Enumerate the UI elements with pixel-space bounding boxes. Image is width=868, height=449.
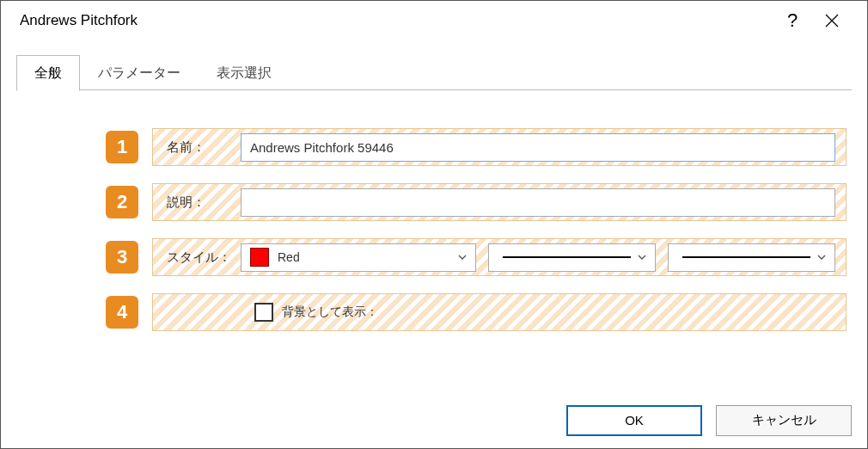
row-style: 3 スタイル： Red	[21, 238, 847, 276]
background-checkbox[interactable]	[254, 303, 273, 322]
tab-strip: 全般 パラメーター 表示選択	[16, 56, 852, 90]
color-dropdown[interactable]: Red	[241, 243, 476, 272]
close-icon	[824, 13, 840, 28]
color-name: Red	[278, 250, 300, 264]
tab-panel-general: 1 名前： 2 説明： 3 スタイル：	[16, 90, 852, 379]
badge-1: 1	[106, 131, 138, 163]
tab-visibility[interactable]: 表示選択	[199, 55, 290, 90]
ok-button[interactable]: OK	[566, 405, 702, 436]
tab-parameters[interactable]: パラメーター	[80, 55, 199, 90]
close-button[interactable]	[812, 1, 852, 40]
badge-3: 3	[106, 241, 138, 274]
dialog-window: Andrews Pitchfork ? 全般 パラメーター 表示選択 1 名前：	[0, 0, 868, 449]
help-button[interactable]: ?	[773, 1, 812, 40]
chevron-down-icon	[816, 251, 828, 263]
stripe-description: 説明：	[152, 183, 847, 221]
chevron-down-icon	[456, 251, 468, 263]
client-area: 全般 パラメーター 表示選択 1 名前： 2 説明：	[1, 40, 867, 395]
window-title: Andrews Pitchfork	[20, 12, 773, 29]
background-checkbox-wrap[interactable]: 背景として表示：	[254, 303, 378, 322]
stripe-background: 背景として表示：	[152, 293, 847, 331]
tab-general[interactable]: 全般	[16, 55, 80, 91]
row-background: 4 背景として表示：	[21, 293, 847, 331]
stripe-style: スタイル： Red	[152, 238, 847, 276]
name-field[interactable]	[241, 133, 835, 162]
stripe-name: 名前：	[152, 128, 847, 166]
badge-4: 4	[106, 296, 138, 329]
label-style: スタイル：	[167, 249, 241, 266]
line-width-dropdown[interactable]	[668, 243, 835, 272]
color-swatch	[250, 248, 269, 267]
background-checkbox-label: 背景として表示：	[282, 304, 378, 320]
chevron-down-icon	[636, 251, 648, 263]
line-style-sample	[503, 256, 631, 258]
button-bar: OK キャンセル	[1, 395, 867, 448]
row-name: 1 名前：	[21, 128, 847, 166]
description-field[interactable]	[241, 188, 835, 217]
label-name: 名前：	[167, 139, 241, 156]
line-width-sample	[682, 256, 810, 258]
label-description: 説明：	[167, 194, 241, 211]
titlebar: Andrews Pitchfork ?	[1, 1, 867, 40]
badge-2: 2	[106, 186, 138, 218]
cancel-button[interactable]: キャンセル	[716, 405, 852, 436]
row-description: 2 説明：	[21, 183, 847, 221]
style-group: Red	[241, 243, 835, 272]
line-style-dropdown[interactable]	[488, 243, 656, 272]
